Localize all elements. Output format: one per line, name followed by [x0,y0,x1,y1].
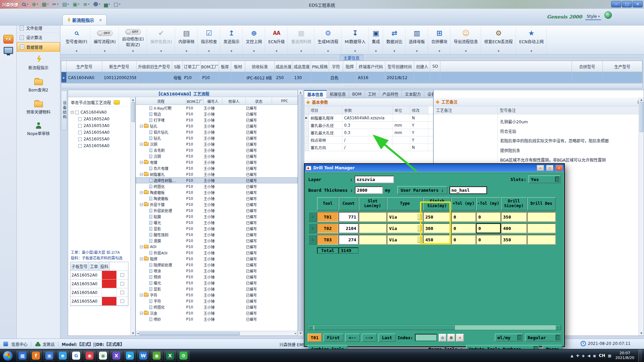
checkbox[interactable] [120,299,124,303]
flow-row[interactable]: 曝光 P10 王小锤 已编写 [136,220,298,226]
column-header[interactable] [61,61,67,72]
dialog-close-button[interactable]: × [555,165,563,171]
taskbar-clock[interactable]: 20:07 2021/8/20 [615,351,634,360]
expander-icon[interactable] [140,143,143,146]
column-header[interactable]: 项目 [309,106,342,114]
type-dropdown[interactable]: Via [387,235,423,245]
flow-row[interactable]: 陶瓷磨板 P10 王小锤 已编写 [136,189,298,195]
flow-row[interactable]: 外层干膜 P10 王小锤 已编写 [136,201,298,207]
column-header[interactable]: 创建人 [414,61,430,72]
flow-row[interactable]: 负片电镀 P10 王小锤 已编写 [136,165,298,171]
column-header[interactable]: 流程 [136,98,186,105]
dropdown-arrow-icon[interactable] [327,47,329,53]
expander-icon[interactable] [140,191,143,194]
info-tab[interactable]: 文本配方 [402,90,424,98]
browser-green-icon[interactable]: ◉ [151,351,163,361]
flow-row[interactable]: 沉铜 P10 王小锤 已编写 [136,153,298,159]
info-tab[interactable]: 产品特性 [379,90,402,98]
horizontal-splitter[interactable] [61,83,643,88]
ribbon-button[interactable]: OFF 启动修改(E) 取消(Z) [119,27,147,54]
flow-horizontal-scrollbar[interactable] [136,331,298,336]
expander-icon[interactable] [140,245,143,248]
info-center-label[interactable]: 信息中心 [11,341,28,347]
column-header[interactable]: 修改 [410,106,428,114]
column-header[interactable]: 板材 [231,61,245,72]
checkbox[interactable] [78,131,82,134]
dropdown-arrow-icon[interactable] [75,47,77,53]
column-header[interactable]: Drill Des [527,197,556,210]
dropdown-arrow-icon[interactable] [160,47,162,53]
column-header[interactable]: 终端客户代码 [357,61,385,72]
dropdown-arrow-icon[interactable] [375,47,377,53]
close-button[interactable]: × [633,1,643,7]
language-indicator[interactable]: CH [599,353,605,358]
drill-size-input[interactable]: 400 [501,223,527,233]
column-header[interactable]: Finish Size(my) [423,197,451,210]
dropdown-arrow-icon[interactable] [253,47,255,53]
ribbon-button[interactable]: ▦ 重选用料图 [288,27,314,54]
subboard-row[interactable]: 2A516053A0 [70,280,128,288]
mode-dropdown[interactable]: Regular [525,334,561,342]
finish-size-input[interactable]: 300 [423,223,451,233]
plus-tol-input[interactable]: 0 [451,223,476,233]
drill-des-input[interactable] [527,235,556,245]
tray-icon[interactable]: ◈ [582,354,585,358]
component-group-item[interactable]: 数据管理 [17,42,60,52]
ribbon-button[interactable]: ⚙ 修复ECN丢流程 [482,27,516,54]
toggle-switch[interactable]: OFF [97,31,113,36]
checkbox[interactable] [75,111,79,114]
flow-row[interactable]: 沉金 P10 王小锤 已编写 [136,310,298,316]
flow-row[interactable]: 钻孔 P10 王小锤 已编写 [136,135,298,141]
browser-red-icon[interactable]: ◉ [84,351,96,361]
expander-icon[interactable] [140,294,143,297]
dropdown-arrow-icon[interactable] [300,47,302,53]
dropdown-arrow-icon[interactable] [465,47,467,53]
work-order-cell[interactable] [102,280,117,288]
dropdown-arrow-icon[interactable] [416,47,418,53]
dropdown-arrow-icon[interactable] [354,47,356,53]
component-tool-item[interactable]: Nope单审核 [17,118,60,140]
flow-row[interactable]: 外层前处理 P10 王小锤 已编写 [136,207,298,214]
flow-row[interactable]: 钻孔 P10 王小锤 已编写 [136,123,298,129]
checkbox[interactable] [78,144,82,148]
column-header[interactable]: Drill Size(my) [501,197,527,210]
subboard-row[interactable]: 2A516052A0 [70,271,128,280]
component-tool-item[interactable]: 预审关键物料 [17,96,60,118]
column-header[interactable]: 成品长度 [275,61,293,72]
ribbon-button[interactable]: ⊞ 合拼模块 [429,27,450,54]
ribbon-button[interactable]: ⚙ 生成MI流程 [315,27,341,54]
finish-size-input[interactable]: 450 [423,235,451,245]
checkbox[interactable] [78,117,82,121]
tray-icon[interactable]: ◀ [587,354,590,358]
tool-cell[interactable]: T03 [317,235,338,245]
plus-tol-input[interactable]: 0 [451,235,476,245]
tab-close-icon[interactable]: × [99,18,102,22]
flow-row[interactable]: 酸性蚀刻 P10 王小锤 已编写 [136,232,298,238]
ribbon-button[interactable]: AA ECN升级 [266,27,288,54]
tray-icon[interactable]: ✚ [576,354,579,358]
expander-icon[interactable] [140,125,143,128]
flow-row[interactable]: 字符 P10 王小锤 已编写 [136,298,298,304]
finish-size-input[interactable]: 250 [423,212,451,222]
small-tool-button[interactable]: ✕ [456,334,464,342]
column-header[interactable]: 订单工厂 [183,61,201,72]
expander-icon[interactable] [140,312,143,315]
dialog-maximize-button[interactable]: □ [546,165,553,171]
column-header[interactable]: 生产型号 [603,61,642,72]
flow-row[interactable]: 树脂塞孔 P10 王小锤 已编写 [136,171,298,177]
flow-row[interactable]: 退膜 P10 王小锤 已编写 [136,238,298,244]
flow-row[interactable]: 陶瓷磨板 P10 王小锤 已编写 [136,195,298,201]
tree-node-root[interactable]: CA51604VA0 [71,109,129,116]
flow-row[interactable]: 外层AOI P10 王小锤 已编写 [136,250,298,256]
work-order-cell[interactable] [102,271,117,279]
layer-input[interactable]: xzszvia [355,176,394,183]
tree-scrollbar[interactable] [130,98,135,336]
column-header[interactable]: Type [387,197,423,210]
ribbon-button[interactable]: ↧ MI数据导入 [342,27,369,54]
dropdown-arrow-icon[interactable] [132,47,134,53]
minimize-button[interactable]: ─ [611,1,621,7]
flow-vertical-scrollbar[interactable] [298,90,303,336]
column-header[interactable]: BOM工厂 [186,98,204,105]
tool-cell[interactable]: T01 [317,212,338,222]
column-header[interactable]: PPC [272,98,298,105]
